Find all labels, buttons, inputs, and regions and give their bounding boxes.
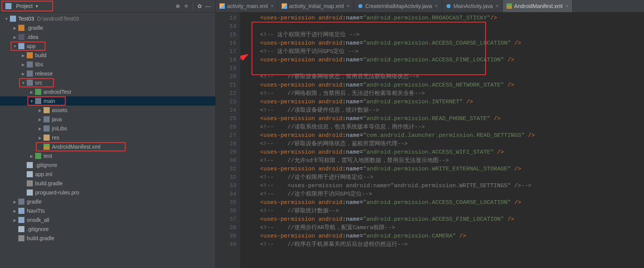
tree-item-proguard-rules-pro[interactable]: proguard-rules.pro [0, 188, 215, 197]
tree-item-java[interactable]: ▶java [0, 115, 215, 124]
expander-icon[interactable]: ▶ [12, 26, 18, 30]
tree-item--gitignore[interactable]: .gitignore [0, 225, 215, 234]
code-line[interactable]: <uses-permission android:name="android.p… [245, 232, 644, 241]
folder-icon [35, 89, 41, 95]
editor-tab[interactable]: activity_initial_map.xml× [278, 0, 354, 12]
tree-item-onsdk-all[interactable]: ▶onsdk_all [0, 215, 215, 225]
tree-item-build-gradle[interactable]: build.gradle [0, 234, 215, 243]
code-line[interactable] [245, 22, 644, 31]
tree-item-test[interactable]: ▶test [0, 151, 215, 160]
code-line[interactable]: <uses-permission android:name="android.p… [245, 115, 644, 123]
expander-icon[interactable]: ▶ [21, 53, 26, 58]
tree-item-label: gradle [27, 199, 42, 205]
code-line[interactable]: <!-- //这个权限用于进行网络定位--> [245, 173, 644, 182]
expander-icon[interactable]: ▶ [12, 209, 18, 213]
code-line[interactable]: <!-- //这个权限用于访问GPS定位--> [245, 190, 644, 199]
code-content[interactable]: <uses-permission android:name="android.p… [240, 13, 644, 268]
code-line[interactable]: <!-- //程序在手机屏幕关闭后后台进程仍然运行--> [245, 241, 644, 249]
folder-icon [27, 80, 33, 86]
code-line[interactable]: <!-- //网络权限，当禁用后，无法进行检索等相关业务--> [245, 90, 644, 98]
editor-tab[interactable]: AndroidManifest.xml× [503, 0, 573, 12]
close-icon[interactable]: × [496, 3, 499, 9]
expander-icon[interactable]: ▶ [29, 154, 34, 158]
expander-icon[interactable]: ▶ [37, 127, 43, 131]
gear-icon[interactable]: ✿ [196, 3, 203, 10]
tree-item-build[interactable]: ▶build [0, 51, 215, 60]
tree-item-src[interactable]: ▼src [0, 78, 215, 87]
tree-item-label: main [44, 98, 55, 104]
tree-item-gradle[interactable]: ▶gradle [0, 197, 215, 206]
code-line[interactable]: <uses-permission android:name="android.p… [245, 39, 644, 48]
tree-item-app-iml[interactable]: app.iml [0, 170, 215, 179]
locate-icon[interactable]: ⊕ [174, 3, 181, 10]
code-line[interactable]: <!-- <uses-permission android:name="andr… [245, 182, 644, 190]
code-line[interactable]: <uses-permission android:name="android.p… [245, 14, 644, 22]
tree-item-navitts[interactable]: ▶NaviTts [0, 206, 215, 215]
expander-icon[interactable]: ▶ [37, 136, 43, 140]
tree-item-assets[interactable]: ▶assets [0, 106, 215, 115]
tree-item--gradle[interactable]: ▶.gradle [0, 23, 215, 32]
editor-tab[interactable]: activity_main.xml× [216, 0, 278, 12]
tree-item-label: assets [52, 107, 67, 113]
code-line[interactable]: <!-- //使用步行AR导航，配置Camera权限--> [245, 224, 644, 232]
expander-icon[interactable]: ▼ [4, 17, 9, 21]
tree-item-main[interactable]: ▼main [0, 96, 215, 106]
editor-tab[interactable]: MainActivity.java× [442, 0, 503, 12]
expander-icon[interactable]: ▶ [21, 63, 26, 67]
tree-item-jnilibs[interactable]: ▶jniLibs [0, 124, 215, 133]
project-view-selector[interactable]: Project ▼ [2, 1, 53, 11]
folder-icon [44, 125, 50, 132]
editor-tabbar: activity_main.xml×activity_initial_map.x… [216, 0, 644, 13]
code-line[interactable]: <!-- //读取系统信息，包含系统版本等信息，用作统计--> [245, 123, 644, 132]
close-icon[interactable]: × [566, 3, 568, 9]
expander-icon[interactable]: ▶ [12, 218, 18, 222]
expander-icon[interactable]: ▶ [12, 35, 18, 39]
tree-item-build-gradle[interactable]: build.gradle [0, 179, 215, 188]
tree-item-label: src [35, 80, 42, 86]
code-line[interactable] [245, 64, 644, 73]
code-line[interactable]: <uses-permission android:name="android.p… [245, 165, 644, 173]
expander-icon[interactable]: ▶ [37, 117, 43, 122]
tree-item-release[interactable]: ▶release [0, 69, 215, 78]
expander-icon[interactable]: ▶ [21, 72, 26, 76]
code-line[interactable]: <uses-permission android:name="android.p… [245, 148, 644, 157]
tree-item--idea[interactable]: ▶.idea [0, 32, 215, 42]
expander-icon[interactable]: ▼ [12, 44, 18, 48]
folder-icon [27, 71, 33, 77]
expander-icon[interactable]: ▶ [12, 200, 18, 204]
close-icon[interactable]: × [347, 3, 350, 9]
code-area[interactable]: 1314151617181920212223242526272829303132… [216, 13, 644, 268]
code-line[interactable]: <uses-permission android:name="android.p… [245, 215, 644, 224]
expander-icon[interactable]: ▼ [29, 99, 34, 103]
tree-item-res[interactable]: ▶res [0, 133, 215, 142]
code-line[interactable]: <!-- 这个权限用于进行网络定位 --> [245, 31, 644, 39]
code-line[interactable]: <!-- //读取设备硬件信息，统计数据--> [245, 106, 644, 115]
expander-icon[interactable]: ▶ [37, 108, 43, 112]
tree-item-app[interactable]: ▼app [0, 42, 215, 51]
code-line[interactable]: <uses-permission android:name="android.p… [245, 98, 644, 106]
expander-icon[interactable]: ▶ [29, 90, 34, 94]
close-icon[interactable]: × [271, 3, 274, 9]
close-icon[interactable]: × [435, 3, 438, 9]
code-line[interactable]: <!-- //获取统计数据--> [245, 207, 644, 215]
tree-item-label: .gitignore [27, 226, 49, 232]
code-line[interactable]: <!-- 这个权限用于访问GPS定位 --> [245, 48, 644, 56]
editor-tab[interactable]: CreateInitialMapActivity.java× [354, 0, 442, 12]
tree-item-androidmanifest-xml[interactable]: AndroidManifest.xml [0, 142, 215, 151]
code-line[interactable]: <!-- //获取设备的网络状态，鉴权所需网络代理--> [245, 140, 644, 148]
collapse-all-icon[interactable]: ≑ [183, 3, 190, 10]
tree-item-test03[interactable]: ▼Test03D:\android\Test03 [0, 14, 215, 23]
project-tree[interactable]: ▼Test03D:\android\Test03▶.gradle▶.idea▼a… [0, 13, 215, 268]
hide-icon[interactable]: — [205, 3, 211, 10]
code-line[interactable]: <uses-permission android:name="android.p… [245, 81, 644, 90]
tree-item-libs[interactable]: ▶libs [0, 60, 215, 69]
code-line[interactable]: <uses-permission android:name="android.p… [245, 199, 644, 207]
tree-item--gitignore[interactable]: .gitignore [0, 160, 215, 170]
code-line[interactable]: <!-- //获取设备网络状态，禁用后无法获取网络状态--> [245, 73, 644, 81]
code-line[interactable]: <!-- //允许sd卡写权限，需写入地图数据，禁用后无法显示地图--> [245, 157, 644, 165]
tree-item-label: NaviTts [27, 208, 45, 214]
tree-item-androidtest[interactable]: ▶androidTest [0, 87, 215, 96]
expander-icon[interactable]: ▼ [21, 81, 26, 85]
code-line[interactable]: <uses-permission android:name="com.andro… [245, 132, 644, 140]
code-line[interactable]: <uses-permission android:name="android.p… [245, 56, 644, 64]
